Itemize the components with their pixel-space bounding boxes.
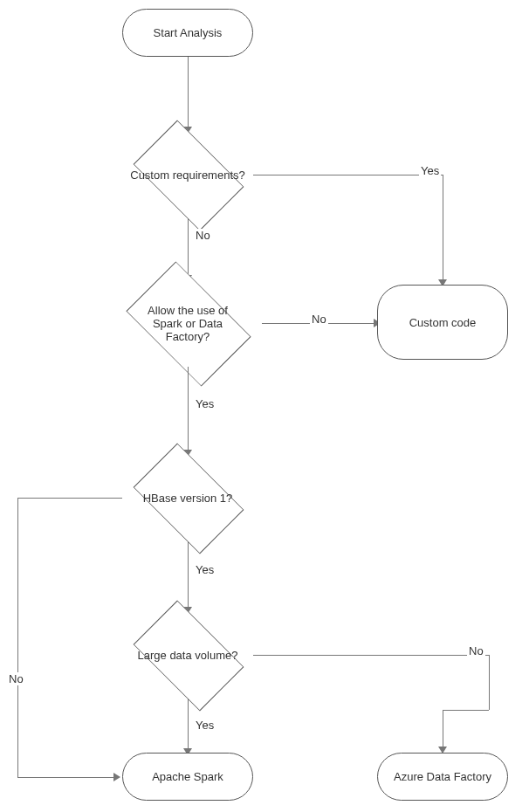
connector: [443, 710, 443, 747]
edge-label-no: No: [194, 229, 212, 242]
edge-label-yes: Yes: [194, 397, 216, 410]
connector: [188, 218, 189, 275]
terminal-spark-label: Apache Spark: [152, 770, 223, 783]
connector: [443, 175, 443, 279]
connector: [489, 655, 490, 710]
connector: [188, 541, 189, 607]
edge-label-yes: Yes: [194, 563, 216, 576]
connector: [253, 175, 443, 175]
terminal-adf-label: Azure Data Factory: [394, 770, 491, 783]
decision4-label: Large data volume?: [138, 649, 238, 662]
connector: [188, 698, 189, 751]
terminal-adf: Azure Data Factory: [377, 753, 508, 801]
terminal-custom-code: Custom code: [377, 285, 508, 360]
decision-hbase: HBase version 1?: [122, 454, 253, 541]
edge-label-no: No: [467, 644, 485, 657]
connector: [17, 498, 122, 499]
decision-large-data: Large data volume?: [122, 611, 253, 698]
connector: [188, 57, 189, 127]
edge-label-no: No: [7, 672, 25, 685]
connector: [17, 498, 18, 777]
connector: [253, 655, 489, 656]
terminal-custom-label: Custom code: [409, 316, 477, 329]
decision3-label: HBase version 1?: [143, 492, 233, 505]
connector: [17, 777, 113, 778]
connector: [443, 710, 489, 711]
flowchart-canvas: Start Analysis Custom requirements? Yes …: [0, 0, 529, 812]
terminal-apache-spark: Apache Spark: [122, 753, 253, 801]
start-node: Start Analysis: [122, 9, 253, 57]
decision-custom-req: Custom requirements?: [122, 131, 253, 218]
connector: [188, 367, 189, 450]
edge-label-yes: Yes: [419, 164, 441, 177]
decision-spark-df: Allow the use of Spark or Data Factory?: [122, 279, 253, 367]
start-label: Start Analysis: [154, 26, 223, 39]
edge-label-no: No: [310, 313, 328, 326]
arrowhead: [113, 773, 120, 781]
edge-label-yes: Yes: [194, 719, 216, 732]
decision1-label: Custom requirements?: [130, 169, 245, 182]
decision2-label: Allow the use of Spark or Data Factory?: [134, 304, 243, 343]
